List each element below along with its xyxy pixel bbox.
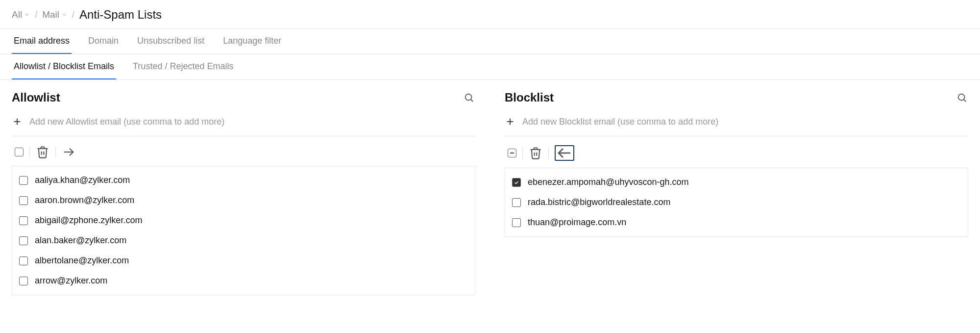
blocklist-toolbar [505,136,968,168]
breadcrumb: All / Mail / Anti-Spam Lists [0,0,980,29]
select-all-checkbox[interactable] [508,149,516,157]
subtab-allowlist-blocklist-emails[interactable]: Allowlist / Blocklist Emails [12,54,116,79]
tab-email-address[interactable]: Email address [12,29,72,54]
item-email: ebenezer.ampomah@uhyvoscon-gh.com [528,177,688,187]
item-checkbox[interactable] [19,196,28,205]
list-item[interactable]: abigail@zphone.zylker.com [12,210,475,231]
item-checkbox[interactable] [19,176,28,185]
tab-language-filter[interactable]: Language filter [221,29,283,54]
item-checkbox[interactable] [19,277,28,285]
chevron-down-icon [61,9,67,20]
toolbar-separator [548,148,549,158]
search-icon[interactable] [463,91,475,104]
breadcrumb-label: All [12,9,22,20]
svg-line-6 [964,100,966,102]
blocklist-column: Blocklist ebenezer.ampomah@uhyvoscon-gh.… [505,91,968,295]
arrow-right-icon[interactable] [62,145,75,159]
toolbar-separator [55,147,56,157]
toolbar-separator [29,147,30,157]
item-email: alan.baker@zylker.com [35,235,126,246]
list-item[interactable]: rada.bistric@bigworldrealestate.com [505,192,968,212]
list-item[interactable]: aaliya.khan@zylker.com [12,170,475,190]
item-checkbox[interactable] [512,218,521,227]
blocklist-add-row [505,113,968,136]
item-email: rada.bistric@bigworldrealestate.com [528,197,670,207]
blocklist-add-input[interactable] [522,117,968,127]
tabs-primary: Email addressDomainUnsubscribed listLang… [0,29,980,54]
allowlist-title: Allowlist [12,91,60,104]
list-item[interactable]: albertolane@zylker.com [12,251,475,271]
allowlist-header: Allowlist [12,91,475,104]
page-title: Anti-Spam Lists [79,8,162,22]
item-email: thuan@proimage.com.vn [528,217,626,228]
trash-icon[interactable] [529,146,542,160]
blocklist-title: Blocklist [505,91,554,104]
allowlist-list: aaliya.khan@zylker.comaaron.brown@zylker… [12,166,475,295]
item-checkbox[interactable] [512,178,521,187]
item-checkbox[interactable] [19,256,28,265]
svg-line-1 [471,100,473,102]
tab-unsubscribed-list[interactable]: Unsubscribed list [135,29,206,54]
item-checkbox[interactable] [19,236,28,245]
allowlist-add-input[interactable] [29,117,475,127]
allowlist-column: Allowlist aaliya.khan@zylker.comaaron.br… [12,91,475,295]
trash-icon[interactable] [36,145,49,159]
list-item[interactable]: alan.baker@zylker.com [12,231,475,251]
item-email: abigail@zphone.zylker.com [35,215,142,226]
search-icon[interactable] [956,91,968,104]
item-checkbox[interactable] [19,216,28,225]
tab-domain[interactable]: Domain [86,29,121,54]
blocklist-header: Blocklist [505,91,968,104]
item-email: aaliya.khan@zylker.com [35,175,130,185]
list-item[interactable]: arrow@zylker.com [12,271,475,291]
svg-point-0 [466,94,472,101]
chevron-down-icon [24,9,30,20]
list-item[interactable]: aaron.brown@zylker.com [12,190,475,210]
plus-icon[interactable] [12,116,23,127]
columns: Allowlist aaliya.khan@zylker.comaaron.br… [0,80,980,295]
svg-point-5 [958,94,965,101]
select-all-checkbox[interactable] [15,148,24,156]
allowlist-toolbar [12,136,475,166]
item-email: albertolane@zylker.com [35,256,129,266]
breadcrumb-separator: / [35,10,37,20]
arrow-left-icon[interactable] [555,145,574,161]
breadcrumb-separator: / [72,10,74,20]
blocklist-list: ebenezer.ampomah@uhyvoscon-gh.comrada.bi… [505,168,968,237]
tabs-secondary: Allowlist / Blocklist EmailsTrusted / Re… [0,54,980,80]
toolbar-separator [522,148,523,158]
breadcrumb-item-all[interactable]: All [12,9,30,20]
item-checkbox[interactable] [512,198,521,207]
allowlist-add-row [12,113,475,136]
breadcrumb-label: Mail [42,9,59,20]
list-item[interactable]: ebenezer.ampomah@uhyvoscon-gh.com [505,172,968,192]
plus-icon[interactable] [505,116,515,127]
list-item[interactable]: thuan@proimage.com.vn [505,212,968,232]
item-email: arrow@zylker.com [35,276,107,286]
item-email: aaron.brown@zylker.com [35,195,134,205]
breadcrumb-item-mail[interactable]: Mail [42,9,67,20]
subtab-trusted-rejected-emails[interactable]: Trusted / Rejected Emails [131,54,235,79]
